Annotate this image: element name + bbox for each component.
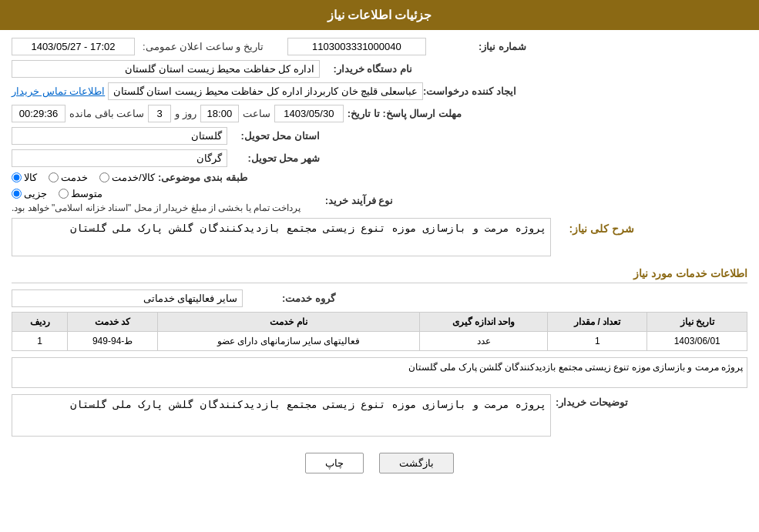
table-row: 1403/06/011عددفعالیتهای سایر سازمانهای د…	[12, 332, 747, 351]
deadline-date: 1403/05/30	[274, 105, 344, 122]
col-date: تاریخ نیاز	[647, 313, 747, 332]
buyer-desc-textarea[interactable]	[12, 394, 551, 437]
need-number-label: شماره نیاز:	[434, 41, 526, 52]
city-value: گرگان	[12, 149, 227, 167]
need-number-row: شماره نیاز: 1103003331000040 تاریخ و ساع…	[12, 38, 747, 55]
col-quantity: تعداد / مقدار	[547, 313, 646, 332]
deadline-time-label: ساعت	[243, 108, 270, 119]
province-label: استان محل تحویل:	[227, 130, 320, 142]
province-value: گلستان	[12, 127, 227, 145]
deadline-days-label: روز و	[175, 108, 196, 119]
service-group-row: گروه خدمت: سایر فعالیتهای خدماتی	[12, 289, 747, 307]
purchase-type-row: نوع فرآیند خرید: متوسط جزیی پرداخت تمام …	[12, 188, 747, 213]
city-row: شهر محل تحویل: گرگان	[12, 149, 747, 167]
page-header: جزئیات اطلاعات نیاز	[0, 0, 759, 30]
service-group-value: سایر فعالیتهای خدماتی	[12, 289, 243, 307]
creator-label: ایجاد کننده درخواست:	[423, 85, 516, 97]
need-description-textarea[interactable]	[12, 218, 551, 256]
deadline-row: مهلت ارسال پاسخ: تا تاریخ: 1403/05/30 سا…	[12, 105, 747, 122]
khedmat-label: خدمت	[61, 172, 88, 183]
contact-link[interactable]: اطلاعات تماس خریدار	[12, 85, 105, 97]
category-row: طبقه بندی موضوعی: کالا/خدمت خدمت کالا	[12, 172, 747, 183]
announce-date-value: 1403/05/27 - 17:02	[12, 38, 135, 55]
buyer-desc-row: توضیحات خریدار:	[12, 394, 747, 437]
purchase-notice: پرداخت تمام یا بخشی از مبلغ خریدار از مح…	[12, 202, 301, 213]
button-row: بازگشت چاپ	[12, 441, 747, 485]
jozee-label: جزیی	[24, 188, 47, 199]
category-kala[interactable]: کالا	[12, 172, 37, 183]
category-khedmat[interactable]: خدمت	[49, 172, 88, 183]
col-unit: واحد اندازه گیری	[420, 313, 548, 332]
need-number-value: 1103003331000040	[287, 38, 426, 55]
city-label: شهر محل تحویل:	[227, 152, 320, 164]
kala-khedmat-label: کالا/خدمت	[112, 172, 155, 183]
category-kala-khedmat[interactable]: کالا/خدمت	[99, 172, 155, 183]
services-header: اطلاعات خدمات مورد نیاز	[12, 263, 747, 283]
col-service-name: نام خدمت	[157, 313, 419, 332]
announce-date-label: تاریخ و ساعت اعلان عمومی:	[143, 41, 264, 52]
need-description-row: شرح کلی نیاز:	[12, 218, 747, 256]
buyer-org-value: اداره کل حفاظت محیط زیست استان گلستان	[12, 60, 320, 78]
buyer-org-label: نام دستگاه خریدار:	[320, 63, 412, 75]
col-row-num: ردیف	[12, 313, 68, 332]
deadline-days: 3	[148, 105, 171, 122]
category-radio-group: کالا/خدمت خدمت کالا	[12, 172, 155, 183]
back-button[interactable]: بازگشت	[379, 453, 454, 473]
creator-value: عباسعلی قلیچ خان کاربرداز اداره کل حفاظت…	[108, 82, 423, 100]
deadline-remaining: 00:29:36	[12, 105, 65, 122]
service-table: تاریخ نیاز تعداد / مقدار واحد اندازه گیر…	[12, 312, 747, 351]
buyer-desc-label: توضیحات خریدار:	[551, 394, 628, 408]
need-description-label: شرح کلی نیاز:	[557, 218, 634, 238]
purchase-motavasset[interactable]: متوسط	[59, 188, 102, 199]
print-button[interactable]: چاپ	[305, 453, 364, 473]
row-description: پروژه مرمت و بازسازی موزه تنوع زیستی مجت…	[12, 357, 747, 388]
col-service-code: کد خدمت	[68, 313, 158, 332]
purchase-type-radio-group: متوسط جزیی	[12, 188, 102, 199]
buyer-org-row: نام دستگاه خریدار: اداره کل حفاظت محیط ز…	[12, 60, 747, 78]
deadline-remaining-label: ساعت باقی مانده	[69, 108, 144, 119]
category-label: طبقه بندی موضوعی:	[155, 172, 247, 183]
creator-row: ایجاد کننده درخواست: عباسعلی قلیچ خان کا…	[12, 82, 747, 100]
deadline-label: مهلت ارسال پاسخ: تا تاریخ:	[348, 108, 462, 119]
deadline-time: 18:00	[200, 105, 239, 122]
motavasset-label: متوسط	[71, 188, 102, 199]
purchase-type-label: نوع فرآیند خرید:	[301, 195, 393, 206]
service-group-label: گروه خدمت:	[243, 293, 335, 304]
purchase-jozee[interactable]: جزیی	[12, 188, 47, 199]
province-row: استان محل تحویل: گلستان	[12, 127, 747, 145]
page-title: جزئیات اطلاعات نیاز	[327, 8, 432, 22]
kala-label: کالا	[24, 172, 37, 183]
